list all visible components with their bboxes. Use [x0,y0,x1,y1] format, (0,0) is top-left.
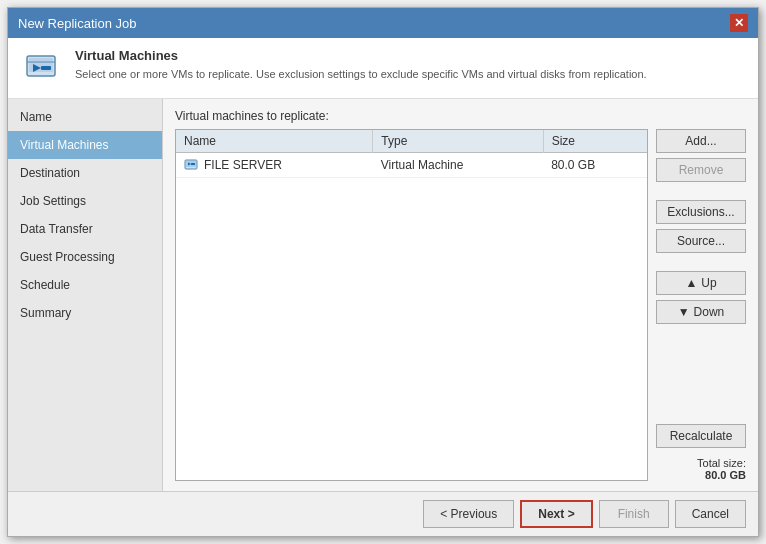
dialog-title: New Replication Job [18,16,137,31]
table-row[interactable]: FILE SERVER Virtual Machine 80.0 GB [176,153,647,178]
close-button[interactable]: ✕ [730,14,748,32]
title-bar: New Replication Job ✕ [8,8,758,38]
col-header-name: Name [176,130,373,153]
header-section: Virtual Machines Select one or more VMs … [8,38,758,99]
header-title: Virtual Machines [75,48,647,63]
add-button[interactable]: Add... [656,129,746,153]
body-section: Name Virtual Machines Destination Job Se… [8,99,758,491]
finish-button[interactable]: Finish [599,500,669,528]
svg-rect-4 [41,66,51,70]
dialog-window: New Replication Job ✕ Virtual Machines S… [7,7,759,537]
sidebar-item-data-transfer[interactable]: Data Transfer [8,215,162,243]
remove-button[interactable]: Remove [656,158,746,182]
previous-button[interactable]: < Previous [423,500,514,528]
up-arrow-icon: ▲ [685,276,697,290]
footer: < Previous Next > Finish Cancel [8,491,758,536]
col-header-type: Type [373,130,543,153]
vm-name: FILE SERVER [204,158,282,172]
vm-row-name: FILE SERVER [184,157,365,173]
spacer2 [656,258,746,266]
total-size-section: Total size: 80.0 GB [656,453,746,481]
up-button[interactable]: ▲ Up [656,271,746,295]
next-button[interactable]: Next > [520,500,592,528]
main-content: Virtual machines to replicate: Name Type… [163,99,758,491]
exclusions-button[interactable]: Exclusions... [656,200,746,224]
total-size-value: 80.0 GB [656,469,746,481]
vm-row-icon [184,157,200,173]
vm-header-icon [23,48,63,88]
header-text: Virtual Machines Select one or more VMs … [75,48,647,82]
table-header-row: Name Type Size [176,130,647,153]
section-title: Virtual machines to replicate: [175,109,746,123]
recalculate-button[interactable]: Recalculate [656,424,746,448]
spacer3 [656,329,746,419]
source-button[interactable]: Source... [656,229,746,253]
vm-table-wrapper: Name Type Size [175,129,648,481]
sidebar-item-summary[interactable]: Summary [8,299,162,327]
vm-table-area: Name Type Size [175,129,746,481]
sidebar-item-name[interactable]: Name [8,103,162,131]
cancel-button[interactable]: Cancel [675,500,746,528]
spacer1 [656,187,746,195]
buttons-panel: Add... Remove Exclusions... Source... ▲ … [656,129,746,481]
sidebar-item-job-settings[interactable]: Job Settings [8,187,162,215]
vm-table: Name Type Size [176,130,647,178]
down-button[interactable]: ▼ Down [656,300,746,324]
sidebar: Name Virtual Machines Destination Job Se… [8,99,163,491]
vm-type-cell: Virtual Machine [373,153,543,178]
col-header-size: Size [543,130,647,153]
down-arrow-icon: ▼ [678,305,690,319]
sidebar-item-guest-processing[interactable]: Guest Processing [8,243,162,271]
sidebar-item-schedule[interactable]: Schedule [8,271,162,299]
sidebar-item-destination[interactable]: Destination [8,159,162,187]
svg-rect-8 [191,163,195,165]
header-description: Select one or more VMs to replicate. Use… [75,67,647,82]
total-size-label: Total size: [656,457,746,469]
sidebar-item-virtual-machines[interactable]: Virtual Machines [8,131,162,159]
vm-name-cell: FILE SERVER [176,153,373,178]
vm-icon-svg [25,50,61,86]
vm-size-cell: 80.0 GB [543,153,647,178]
